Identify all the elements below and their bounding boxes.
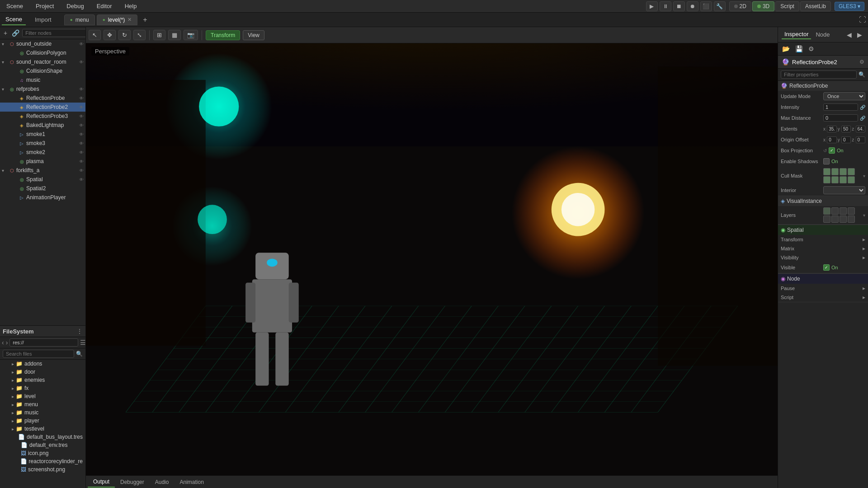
fs-item-door[interactable]: ▸📁door: [0, 368, 85, 376]
menu-item-editor[interactable]: Editor: [94, 2, 115, 10]
tree-eye-button[interactable]: 👁: [79, 123, 84, 128]
add-node-button[interactable]: +: [2, 28, 9, 38]
tree-item-soundreactorroom[interactable]: ▾⬡sound_reactor_room👁: [0, 57, 85, 66]
cull-cell-3[interactable]: [840, 168, 847, 175]
tree-item-smoke3[interactable]: ▷smoke3👁: [0, 139, 85, 148]
origin-y-input[interactable]: [841, 136, 851, 143]
visible-checkbox[interactable]: ✓: [823, 264, 830, 271]
tab-level[interactable]: ● level(*) ✕: [97, 14, 137, 25]
vp-camera-button[interactable]: 📷: [184, 30, 198, 40]
cull-expand-icon[interactable]: ▾: [863, 174, 865, 178]
tree-eye-button[interactable]: 👁: [79, 150, 84, 155]
mode-script-button[interactable]: Script: [775, 1, 799, 11]
tree-item-reflectionprobe3[interactable]: ◈ReflectionProbe3👁: [0, 112, 85, 121]
tree-item-forkliftsa[interactable]: ▾⬡forklifts_a👁: [0, 166, 85, 175]
menu-item-help[interactable]: Help: [122, 2, 140, 10]
box-proj-reset-icon[interactable]: ↺: [823, 148, 827, 153]
tree-item-spatial[interactable]: ◎Spatial👁: [0, 175, 85, 184]
tab-inspector[interactable]: Inspector: [782, 30, 811, 39]
origin-x-input[interactable]: [827, 136, 836, 143]
fs-item-level[interactable]: ▸📁level: [0, 392, 85, 400]
tree-eye-button[interactable]: 👁: [79, 177, 84, 182]
tab-audio[interactable]: Audio: [150, 477, 175, 487]
layers-expand-icon[interactable]: ▾: [863, 213, 865, 218]
tab-debugger[interactable]: Debugger: [115, 477, 150, 487]
vp-scale-tool[interactable]: ⤡: [133, 30, 146, 40]
tree-item-refprobes[interactable]: ▾◎refprobes👁: [0, 84, 85, 94]
fs-item-testlevel[interactable]: ▸📁testlevel: [0, 425, 85, 433]
remote-debug-button[interactable]: ⬛: [700, 1, 712, 11]
extents-x-input[interactable]: [827, 126, 836, 132]
layer-cell-6[interactable]: [831, 216, 839, 223]
enable-shadows-checkbox[interactable]: [823, 158, 830, 164]
viewport[interactable]: Perspective: [86, 43, 778, 475]
viewport-expand-button[interactable]: ⛶: [859, 16, 866, 24]
tree-eye-button[interactable]: 👁: [79, 168, 84, 173]
layer-cell-4[interactable]: [848, 207, 855, 215]
vp-move-tool[interactable]: ✥: [104, 30, 116, 40]
matrix-row[interactable]: Matrix ▸: [778, 244, 868, 253]
tree-eye-button[interactable]: 👁: [79, 87, 84, 92]
cull-cell-2[interactable]: [831, 168, 839, 175]
tab-level-close[interactable]: ✕: [127, 17, 132, 23]
scene-panel-tab[interactable]: Scene: [2, 14, 26, 25]
cull-cell-7[interactable]: [840, 176, 847, 183]
link-node-button[interactable]: 🔗: [10, 28, 21, 38]
gles-badge[interactable]: GLES3 ▾: [835, 2, 864, 11]
fs-item-defaultenvtres[interactable]: 📄default_env.tres: [0, 441, 85, 449]
tree-eye-button[interactable]: 👁: [79, 132, 84, 137]
tree-item-soundoutside[interactable]: ▾⬡sound_outside👁: [0, 39, 85, 48]
play-button[interactable]: ▶: [646, 1, 658, 11]
filesystem-menu-button[interactable]: ⋮: [76, 328, 83, 335]
mode-assetlib-button[interactable]: AssetLib: [800, 1, 831, 11]
vp-snap-button[interactable]: ⊞: [153, 30, 165, 40]
stop-button[interactable]: ⏹: [673, 1, 685, 11]
visibility-row[interactable]: Visibility ▸: [778, 253, 868, 262]
fs-layout-button[interactable]: ☰: [80, 339, 86, 346]
vp-select-tool[interactable]: ↖: [89, 30, 101, 40]
layer-cell-2[interactable]: [831, 207, 839, 215]
insp-save-button[interactable]: 💾: [793, 44, 805, 53]
vp-transform-button[interactable]: Transform: [206, 30, 240, 40]
update-mode-select[interactable]: Once: [823, 92, 865, 100]
tree-item-collisionpolygon[interactable]: ◎CollisionPolygon: [0, 48, 85, 57]
layer-cell-5[interactable]: [823, 216, 830, 223]
tab-add-button[interactable]: +: [139, 14, 151, 26]
max-distance-input[interactable]: [823, 114, 858, 122]
tab-node[interactable]: Node: [813, 30, 832, 39]
fs-item-iconpng[interactable]: 🖼icon.png: [0, 449, 85, 457]
tree-eye-button[interactable]: 👁: [79, 42, 84, 47]
extents-z-input[interactable]: [856, 126, 865, 132]
tree-item-reflectionprobe[interactable]: ◈ReflectionProbe👁: [0, 94, 85, 103]
insp-open-button[interactable]: 📂: [780, 44, 792, 53]
fs-back-button[interactable]: ‹: [2, 339, 4, 346]
fs-item-addons[interactable]: ▸📁addons: [0, 360, 85, 368]
layer-cell-8[interactable]: [848, 216, 855, 223]
menu-item-debug[interactable]: Debug: [64, 2, 86, 10]
tree-eye-button[interactable]: 👁: [79, 159, 84, 164]
vp-grid-button[interactable]: ▦: [168, 30, 181, 40]
inspector-history-prev[interactable]: ◀: [844, 30, 854, 39]
fs-item-player[interactable]: ▸📁player: [0, 417, 85, 425]
menu-item-project[interactable]: Project: [33, 2, 57, 10]
fs-forward-button[interactable]: ›: [6, 339, 8, 346]
fs-item-enemies[interactable]: ▸📁enemies: [0, 376, 85, 384]
reflection-probe-header[interactable]: 🔮 ReflectionProbe: [778, 81, 868, 91]
tree-eye-button[interactable]: 👁: [79, 60, 84, 65]
tab-output[interactable]: Output: [88, 477, 115, 488]
cull-cell-5[interactable]: [823, 176, 830, 183]
visual-instance-header[interactable]: ◈ VisualInstance: [778, 196, 868, 206]
node-section-header[interactable]: ◉ Node: [778, 273, 868, 284]
cull-cell-6[interactable]: [831, 176, 839, 183]
interior-select[interactable]: [823, 186, 865, 194]
tab-menu[interactable]: ● menu: [64, 14, 95, 25]
fs-path-input[interactable]: [9, 338, 78, 347]
record-button[interactable]: ⏺: [687, 1, 698, 11]
cull-cell-8[interactable]: [848, 176, 855, 183]
fs-item-defaultbuslayouttres[interactable]: 📄default_bus_layout.tres: [0, 433, 85, 441]
tree-eye-button[interactable]: 👁: [79, 105, 84, 110]
fs-search-input[interactable]: [3, 350, 74, 358]
fs-item-fx[interactable]: ▸📁fx: [0, 384, 85, 392]
filter-nodes-input[interactable]: [22, 29, 85, 37]
debug-settings-button[interactable]: 🔧: [714, 1, 726, 11]
